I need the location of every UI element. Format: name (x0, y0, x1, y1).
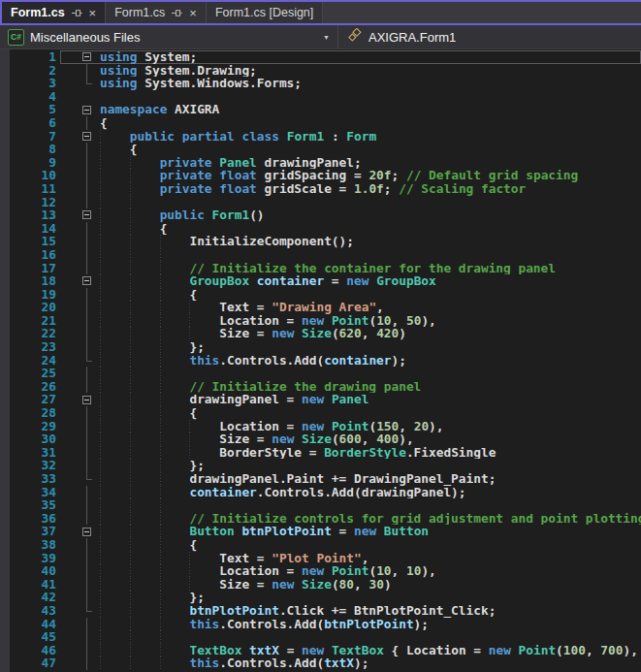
pin-icon[interactable] (72, 8, 82, 18)
code-text[interactable]: Location = new Point(10, 50), (100, 314, 641, 328)
code-text[interactable]: this.Controls.Add(txtX); (100, 656, 641, 670)
code-line[interactable]: 14 { (0, 222, 641, 236)
code-text[interactable]: this.Controls.Add(btnPlotPoint); (100, 618, 641, 631)
code-text[interactable]: BorderStyle = BorderStyle.FixedSingle (100, 446, 641, 460)
code-line[interactable]: 4 (0, 90, 641, 104)
code-text[interactable]: using System; (100, 50, 641, 64)
code-line[interactable]: 3using System.Windows.Forms; (0, 77, 641, 90)
chevron-down-icon[interactable]: ▼ (323, 34, 330, 41)
code-text[interactable]: GroupBox container = new GroupBox (100, 274, 641, 288)
fold-collapse-button[interactable] (60, 393, 100, 406)
fold-collapse-button[interactable] (60, 130, 100, 144)
code-line[interactable]: 41 Size = new Size(80, 30) (0, 578, 641, 592)
code-text[interactable]: public Form1() (100, 208, 641, 222)
code-text[interactable]: using System.Drawing; (100, 64, 641, 78)
code-line[interactable]: 33 drawingPanel.Paint += DrawingPanel_Pa… (0, 472, 641, 486)
code-line[interactable]: 40 Location = new Point(10, 10), (0, 564, 641, 578)
fold-collapse-button[interactable] (60, 50, 100, 64)
tab-form1cs-design[interactable]: Form1.cs [Design] (207, 2, 323, 23)
code-line[interactable]: 9 private Panel drawingPanel; (0, 156, 641, 170)
code-text[interactable]: this.Controls.Add(container); (100, 354, 641, 368)
code-text[interactable]: private float gridScale = 1.0f; // Scali… (100, 182, 641, 196)
code-line[interactable]: 42 }; (0, 591, 641, 604)
close-icon[interactable]: × (189, 7, 197, 19)
code-line[interactable]: 17 // Initialize the container for the d… (0, 262, 641, 275)
code-text[interactable]: using System.Windows.Forms; (100, 77, 641, 90)
code-line[interactable]: 47 this.Controls.Add(txtX); (0, 656, 641, 670)
code-line[interactable]: 28 { (0, 406, 641, 420)
code-line[interactable]: 43 btnPlotPoint.Click += BtnPlotPoint_Cl… (0, 604, 641, 618)
code-text[interactable]: Location = new Point(10, 10), (100, 564, 641, 578)
code-line[interactable]: 10 private float gridSpacing = 20f; // D… (0, 169, 641, 182)
code-text[interactable]: // Initialize the container for the draw… (100, 262, 641, 275)
code-line[interactable]: 1using System; (0, 50, 641, 64)
code-line[interactable]: 30 Size = new Size(600, 400), (0, 432, 641, 446)
code-line[interactable]: 16 (0, 248, 641, 262)
code-line[interactable]: 5namespace AXIGRA (0, 103, 641, 116)
tab-form1cs-2[interactable]: Form1.cs × (106, 2, 207, 23)
code-line[interactable]: 45 (0, 630, 641, 644)
code-line[interactable]: 21 Location = new Point(10, 50), (0, 314, 641, 328)
code-text[interactable]: Size = new Size(80, 30) (100, 578, 641, 592)
code-text[interactable]: container.Controls.Add(drawingPanel); (100, 486, 641, 499)
code-text[interactable] (100, 367, 641, 380)
fold-collapse-button[interactable] (60, 103, 100, 116)
code-text[interactable]: Text = "Drawing Area", (100, 301, 641, 314)
type-member-dropdown[interactable]: AXIGRA.Form1 (338, 25, 641, 48)
code-text[interactable] (100, 498, 641, 512)
code-text[interactable]: private Panel drawingPanel; (100, 156, 641, 170)
code-line[interactable]: 12 (0, 196, 641, 209)
code-line[interactable]: 38 { (0, 538, 641, 552)
code-text[interactable]: TextBox txtX = new TextBox { Location = … (100, 644, 641, 657)
code-text[interactable]: { (100, 116, 641, 130)
pin-icon[interactable] (172, 8, 182, 18)
code-text[interactable]: Button btnPlotPoint = new Button (100, 525, 641, 538)
code-text[interactable]: Location = new Point(150, 20), (100, 420, 641, 433)
code-text[interactable]: namespace AXIGRA (100, 103, 641, 116)
code-text[interactable]: { (100, 143, 641, 156)
fold-collapse-button[interactable] (60, 525, 100, 538)
code-line[interactable]: 15 InitializeComponent(); (0, 235, 641, 248)
fold-collapse-button[interactable] (60, 208, 100, 222)
code-line[interactable]: 23 }; (0, 340, 641, 354)
code-text[interactable]: { (100, 288, 641, 302)
close-icon[interactable]: × (89, 7, 97, 19)
code-line[interactable]: 27 drawingPanel = new Panel (0, 393, 641, 406)
code-text[interactable]: Text = "Plot Point", (100, 552, 641, 565)
code-line[interactable]: 26 // Initialize the drawing panel (0, 380, 641, 394)
code-line[interactable]: 11 private float gridScale = 1.0f; // Sc… (0, 182, 641, 196)
code-text[interactable] (100, 196, 641, 209)
code-text[interactable]: btnPlotPoint.Click += BtnPlotPoint_Click… (100, 604, 641, 618)
code-text[interactable]: { (100, 406, 641, 420)
code-text[interactable]: // Initialize the drawing panel (100, 380, 641, 394)
code-line[interactable]: 2using System.Drawing; (0, 64, 641, 78)
code-line[interactable]: 19 { (0, 288, 641, 302)
code-text[interactable]: InitializeComponent(); (100, 235, 641, 248)
code-line[interactable]: 6{ (0, 116, 641, 130)
code-line[interactable]: 25 (0, 367, 641, 380)
fold-collapse-button[interactable] (60, 274, 100, 288)
code-line[interactable]: 13 public Form1() (0, 208, 641, 222)
code-text[interactable]: Size = new Size(600, 400), (100, 432, 641, 446)
code-line[interactable]: 7 public partial class Form1 : Form (0, 130, 641, 144)
code-text[interactable]: private float gridSpacing = 20f; // Defa… (100, 169, 641, 182)
code-line[interactable]: 34 container.Controls.Add(drawingPanel); (0, 486, 641, 499)
code-line[interactable]: 31 BorderStyle = BorderStyle.FixedSingle (0, 446, 641, 460)
tab-form1cs-active[interactable]: Form1.cs × (2, 2, 106, 23)
code-text[interactable]: // Initialize controls for grid adjustme… (100, 512, 641, 526)
code-line[interactable]: 46 TextBox txtX = new TextBox { Location… (0, 644, 641, 657)
project-dropdown[interactable]: C# Miscellaneous Files ▼ (0, 25, 338, 48)
code-text[interactable] (100, 630, 641, 644)
code-line[interactable]: 35 (0, 498, 641, 512)
code-text[interactable]: }; (100, 459, 641, 472)
code-line[interactable]: 44 this.Controls.Add(btnPlotPoint); (0, 618, 641, 631)
code-text[interactable] (100, 248, 641, 262)
code-line[interactable]: 36 // Initialize controls for grid adjus… (0, 512, 641, 526)
code-text[interactable]: public partial class Form1 : Form (100, 130, 641, 144)
code-text[interactable]: drawingPanel.Paint += DrawingPanel_Paint… (100, 472, 641, 486)
code-line[interactable]: 8 { (0, 143, 641, 156)
code-text[interactable]: }; (100, 340, 641, 354)
code-text[interactable] (100, 90, 641, 104)
code-text[interactable]: Size = new Size(620, 420) (100, 327, 641, 340)
code-line[interactable]: 32 }; (0, 459, 641, 472)
